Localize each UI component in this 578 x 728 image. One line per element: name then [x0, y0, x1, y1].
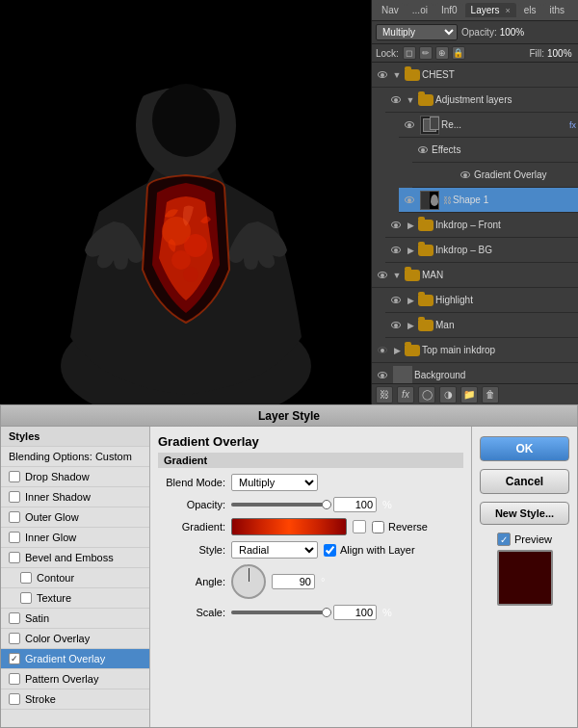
lock-transparent-btn[interactable]: ◻	[403, 46, 416, 60]
eye-chest[interactable]	[374, 66, 391, 84]
eye-shape1[interactable]	[401, 192, 418, 209]
pattern-overlay-item[interactable]: Pattern Overlay	[1, 669, 149, 689]
lock-all-btn[interactable]: 🔒	[452, 46, 465, 60]
layer-list[interactable]: ▼ CHEST ▼ Adjustment layers Re... fx Eff…	[372, 63, 578, 383]
arrow-inkdrop-bg[interactable]: ▶	[405, 246, 416, 255]
opacity-slider-thumb[interactable]	[322, 500, 331, 509]
layer-man[interactable]: ▶ Man	[385, 313, 578, 338]
color-overlay-check[interactable]	[9, 633, 20, 644]
eye-effects[interactable]	[414, 142, 432, 159]
drop-shadow-item[interactable]: Drop Shadow	[1, 467, 149, 487]
align-checkbox[interactable]	[324, 544, 336, 557]
stroke-check[interactable]	[9, 693, 20, 705]
arrow-highlight[interactable]: ▶	[405, 296, 416, 305]
layer-effects[interactable]: Effects	[412, 138, 578, 163]
contour-check[interactable]	[20, 572, 32, 584]
contour-item[interactable]: Contour	[1, 568, 149, 588]
angle-input[interactable]	[272, 574, 315, 589]
layer-gradient-overlay-effect[interactable]: Gradient Overlay	[412, 163, 578, 188]
ok-button[interactable]: OK	[480, 436, 569, 461]
scale-input[interactable]	[333, 605, 377, 620]
gradient-overlay-check[interactable]	[9, 653, 20, 664]
texture-item[interactable]: Texture	[1, 588, 149, 609]
layer-shape1[interactable]: ⛓ Shape 1	[399, 188, 578, 213]
svg-point-3	[152, 84, 220, 157]
inner-shadow-item[interactable]: Inner Shadow	[1, 487, 149, 507]
arrow-inkdrop-front[interactable]: ▶	[405, 221, 416, 230]
blend-mode-select[interactable]: Multiply	[376, 24, 458, 40]
eye-background[interactable]	[374, 367, 391, 384]
arrow-man[interactable]: ▶	[405, 321, 416, 330]
gradient-preview[interactable]	[231, 518, 347, 535]
cancel-button[interactable]: Cancel	[480, 469, 569, 494]
tab-info[interactable]: Inf0	[435, 3, 463, 17]
arrow-top-main[interactable]: ▶	[391, 346, 403, 355]
eye-inkdrop-front[interactable]	[387, 217, 405, 234]
layer-background[interactable]: Background	[372, 363, 578, 383]
opacity-slider[interactable]	[231, 503, 328, 507]
eye-adjustment[interactable]	[387, 91, 405, 109]
bevel-emboss-item[interactable]: Bevel and Emboss	[1, 548, 149, 568]
preview-checkbox[interactable]	[497, 533, 511, 546]
tab-iths[interactable]: iths	[543, 3, 570, 17]
pattern-overlay-check[interactable]	[9, 673, 20, 685]
scale-slider[interactable]	[231, 611, 328, 614]
satin-item[interactable]: Satin	[1, 609, 149, 629]
tab-oi[interactable]: ...oi	[407, 3, 434, 17]
layer-inkdrop-front[interactable]: ▶ Inkdrop – Front	[385, 213, 578, 238]
scale-slider-thumb[interactable]	[322, 608, 331, 617]
color-overlay-item[interactable]: Color Overlay	[1, 629, 149, 649]
eye-re[interactable]	[401, 117, 418, 134]
arrow-chest[interactable]: ▼	[391, 70, 403, 80]
trash-icon-btn[interactable]: 🗑	[482, 386, 499, 403]
layer-highlight[interactable]: ▶ Highlight	[385, 288, 578, 313]
drop-shadow-check[interactable]	[9, 471, 20, 482]
outer-glow-check[interactable]	[9, 511, 20, 523]
layer-man-group[interactable]: ▼ MAN	[372, 263, 578, 288]
layer-top-main[interactable]: ▶ Top main inkdrop	[372, 338, 578, 363]
link-icon-btn[interactable]: ⛓	[376, 386, 393, 403]
tab-els[interactable]: els	[518, 3, 542, 17]
lock-position-btn[interactable]: ⊕	[435, 46, 449, 60]
arrow-adjustment[interactable]: ▼	[405, 95, 416, 105]
gradient-dropdown-btn[interactable]: ▼	[353, 520, 366, 533]
eye-man[interactable]	[387, 317, 405, 334]
eye-inkdrop-bg[interactable]	[387, 242, 405, 259]
fx-icon-btn[interactable]: fx	[397, 386, 414, 403]
style-select[interactable]: Radial Linear Angle Reflected Diamond	[231, 541, 318, 559]
tab-close[interactable]: ×	[505, 6, 510, 15]
stroke-item[interactable]: Stroke	[1, 689, 149, 710]
adjustment-icon-btn[interactable]: ◑	[439, 386, 457, 403]
angle-dial[interactable]	[231, 564, 266, 599]
styles-header[interactable]: Styles	[1, 427, 149, 447]
gradient-blend-mode-select[interactable]: Multiply	[231, 474, 318, 491]
eye-gradient-overlay[interactable]	[457, 167, 474, 184]
inner-shadow-check[interactable]	[9, 491, 20, 503]
blending-options-item[interactable]: Blending Options: Custom	[1, 447, 149, 467]
new-style-button[interactable]: New Style...	[480, 502, 569, 525]
eye-man-group[interactable]	[374, 267, 391, 284]
lock-image-btn[interactable]: ✏	[419, 46, 433, 60]
tab-layers[interactable]: Layers ×	[465, 3, 516, 17]
reverse-checkbox[interactable]	[372, 521, 384, 533]
svg-point-6	[171, 250, 191, 270]
satin-check[interactable]	[9, 612, 20, 624]
outer-glow-item[interactable]: Outer Glow	[1, 507, 149, 528]
gradient-overlay-item[interactable]: Gradient Overlay	[1, 649, 149, 669]
layer-re[interactable]: Re... fx	[399, 113, 578, 138]
layer-name-top-main: Top main inkdrop	[422, 345, 576, 355]
arrow-man-group[interactable]: ▼	[391, 271, 403, 280]
eye-top-main[interactable]	[374, 342, 391, 359]
inner-glow-check[interactable]	[9, 532, 20, 543]
mask-icon-btn[interactable]: ◯	[418, 386, 435, 403]
layer-inkdrop-bg[interactable]: ▶ Inkdrop – BG	[385, 238, 578, 263]
inner-glow-item[interactable]: Inner Glow	[1, 528, 149, 548]
bevel-emboss-check[interactable]	[9, 552, 20, 563]
opacity-input[interactable]	[333, 497, 377, 512]
folder-icon-btn[interactable]: 📁	[460, 386, 478, 403]
layer-adjustment[interactable]: ▼ Adjustment layers	[385, 88, 578, 113]
eye-highlight[interactable]	[387, 292, 405, 309]
layer-chest[interactable]: ▼ CHEST	[372, 63, 578, 88]
texture-check[interactable]	[20, 592, 32, 604]
tab-nav[interactable]: Nav	[376, 3, 405, 17]
